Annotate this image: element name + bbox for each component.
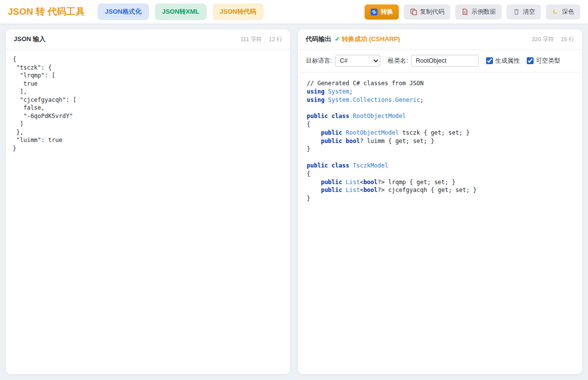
code-token: < — [360, 179, 363, 186]
convert-button[interactable]: 转换 — [365, 4, 399, 20]
code-output-panel-header: 代码输出 ✓ 转换成功 (CSHARP) 320 字符 15 行 — [298, 29, 582, 49]
code-token: List — [342, 187, 360, 193]
code-token: ? luimm { get; set; } — [360, 138, 434, 144]
sample-data-button-label: 示例数据 — [471, 8, 496, 16]
nullable-types-checkbox[interactable] — [527, 57, 534, 64]
copy-code-button-label: 复制代码 — [420, 8, 444, 16]
code-token: public — [321, 129, 342, 136]
code-token: ; — [349, 88, 353, 95]
code-token: public — [321, 187, 342, 193]
code-output-panel: 代码输出 ✓ 转换成功 (CSHARP) 320 字符 15 行 目标语言: C… — [298, 29, 582, 374]
dark-mode-button-label: 深色 — [562, 8, 574, 16]
json-input-title: JSON 输入 — [14, 35, 46, 44]
json-input-line-count: 12 行 — [269, 36, 283, 43]
copy-icon — [410, 8, 417, 16]
check-icon: ✓ — [335, 35, 340, 43]
dark-mode-button[interactable]: 深色 — [546, 4, 580, 20]
tab-json-to-code[interactable]: JSON转代码 — [213, 3, 264, 20]
conversion-status-text: 转换成功 (CSHARP) — [342, 35, 400, 43]
tab-json-to-xml[interactable]: JSON转XML — [155, 3, 207, 20]
code-token: } — [307, 145, 310, 152]
code-token: TsczkModel — [349, 162, 388, 169]
code-token: System.Collections.Generic — [324, 96, 420, 103]
clear-button-label: 清空 — [523, 8, 535, 16]
document-icon — [461, 8, 468, 16]
nullable-types-text: 可空类型 — [536, 57, 560, 65]
conversion-status: ✓ 转换成功 (CSHARP) — [335, 35, 400, 44]
code-token: ; — [420, 96, 423, 103]
code-token: List — [342, 179, 360, 186]
code-token: RootObjectModel — [349, 113, 406, 119]
nullable-types-checkbox-label[interactable]: 可空类型 — [527, 57, 560, 65]
json-input-char-count: 111 字符 — [241, 36, 262, 43]
code-output-meta: 320 字符 15 行 — [532, 36, 574, 43]
code-token: { — [307, 170, 310, 177]
target-language-select[interactable]: C# — [335, 55, 380, 67]
code-output-line-count: 15 行 — [561, 36, 575, 43]
code-token: public class — [307, 113, 349, 119]
code-token: using — [307, 96, 324, 103]
code-token: public bool — [321, 138, 360, 144]
moon-icon — [552, 8, 559, 16]
app-title: JSON 转 代码工具 — [8, 5, 85, 18]
code-output-char-count: 320 字符 — [532, 36, 554, 43]
convert-button-label: 转换 — [381, 8, 393, 16]
root-class-label: 根类名: — [388, 57, 408, 65]
code-token — [307, 179, 321, 186]
code-token: ?> cjcefgyacqh { get; set; } — [378, 187, 477, 193]
tab-json-format[interactable]: JSON格式化 — [98, 3, 148, 20]
convert-icon — [370, 8, 378, 16]
code-token: public class — [307, 162, 349, 169]
code-token: bool — [364, 179, 378, 186]
code-token: using — [307, 88, 324, 95]
code-token — [307, 187, 321, 193]
json-input-meta: 111 字符 12 行 — [241, 36, 282, 43]
code-token: public — [321, 179, 342, 186]
clear-button[interactable]: 清空 — [507, 4, 541, 20]
action-buttons: 转换 复制代码 示例数据 清空 深色 — [365, 4, 580, 20]
json-input-panel-header: JSON 输入 111 字符 12 行 — [6, 29, 290, 49]
code-token — [307, 129, 321, 136]
generate-properties-checkbox-label[interactable]: 生成属性 — [486, 57, 519, 65]
code-token: ?> lrqmp { get; set; } — [378, 179, 456, 186]
target-language-label: 目标语言: — [306, 57, 332, 65]
json-input-panel: JSON 输入 111 字符 12 行 { "tsczk": { "lrqmp"… — [6, 29, 290, 374]
code-token: < — [360, 187, 363, 193]
code-token: // Generated C# classes from JSON — [307, 80, 423, 87]
code-token: } — [307, 195, 310, 202]
root-class-input[interactable] — [411, 55, 479, 67]
code-token: tsczk { get; set; } — [399, 129, 470, 136]
tab-group: JSON格式化 JSON转XML JSON转代码 — [98, 3, 264, 20]
main-content: JSON 输入 111 字符 12 行 { "tsczk": { "lrqmp"… — [0, 24, 588, 380]
generate-properties-text: 生成属性 — [495, 57, 519, 65]
generate-properties-checkbox[interactable] — [486, 57, 493, 64]
code-token: RootObjectModel — [342, 129, 399, 136]
code-token: { — [307, 121, 310, 128]
json-input-textarea[interactable]: { "tsczk": { "lrqmp": [ true ], "cjcefgy… — [6, 49, 290, 374]
code-toolbar: 目标语言: C# 根类名: 生成属性 可空类型 — [298, 49, 582, 72]
code-token: bool — [364, 187, 378, 193]
top-bar: JSON 转 代码工具 JSON格式化 JSON转XML JSON转代码 转换 … — [0, 0, 588, 24]
copy-code-button[interactable]: 复制代码 — [404, 4, 450, 20]
trash-icon — [513, 8, 520, 16]
code-output-title: 代码输出 — [306, 35, 331, 44]
code-token — [307, 138, 321, 144]
code-token: System — [324, 88, 349, 95]
code-output-block: // Generated C# classes from JSONusing S… — [298, 72, 582, 374]
sample-data-button[interactable]: 示例数据 — [455, 4, 502, 20]
